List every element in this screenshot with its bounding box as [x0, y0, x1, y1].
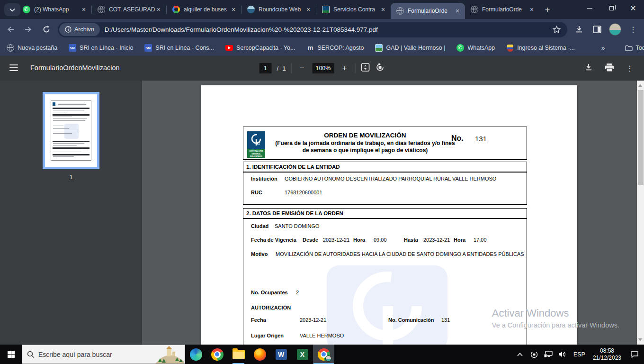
close-icon[interactable]: × — [528, 6, 536, 13]
action-center-button[interactable] — [625, 345, 644, 364]
bookmark-sri-inicio[interactable]: SRI SRI en Línea - Inicio — [69, 44, 133, 52]
browser-menu-button[interactable]: ⋮ — [626, 22, 640, 36]
pdf-print-button[interactable] — [605, 63, 614, 74]
network-icon[interactable] — [543, 345, 554, 364]
ruc-label: RUC — [251, 190, 262, 195]
page-number-input[interactable]: 1 — [259, 63, 272, 73]
system-tray: ESP 08:58 21/12/2023 — [513, 345, 644, 364]
reload-button[interactable] — [39, 22, 54, 37]
close-icon[interactable]: × — [155, 6, 162, 13]
notification-icon — [630, 351, 639, 358]
page-thumbnail[interactable] — [43, 92, 99, 169]
minimize-button[interactable] — [579, 0, 600, 16]
tab-alquiler-buses[interactable]: alquiler de buses × — [167, 0, 241, 19]
language-indicator[interactable]: ESP — [573, 351, 585, 358]
forward-icon — [25, 26, 32, 33]
tab-formulario-active[interactable]: FormularioOrde × — [391, 3, 465, 19]
gad-icon — [375, 44, 383, 52]
bookmark-label: WhatsApp — [467, 45, 495, 51]
zoom-out-button[interactable]: − — [296, 64, 307, 73]
url-text: D:/Users/Master/Downloads/FormularioOrde… — [105, 26, 546, 33]
ciudad-value: SANTO DOMINGO — [275, 223, 320, 229]
origen-label: Lugar Origen — [251, 333, 284, 338]
bookmarks-overflow-button[interactable]: » — [601, 44, 605, 52]
zoom-in-button[interactable]: + — [339, 64, 349, 73]
pdf-download-button[interactable] — [584, 63, 593, 73]
pdf-menu-button[interactable] — [9, 64, 18, 71]
tab-whatsapp[interactable]: (2) WhatsApp × — [17, 0, 91, 19]
scrollbar-thumb[interactable] — [638, 90, 644, 185]
minimize-icon — [587, 8, 592, 9]
all-bookmarks-button[interactable]: Todos los marcadores — [625, 44, 644, 52]
scroll-up-arrow[interactable] — [638, 84, 642, 87]
volume-icon[interactable] — [557, 345, 568, 364]
time: 08:58 — [593, 347, 621, 355]
close-icon[interactable]: × — [379, 6, 387, 13]
close-icon[interactable]: × — [454, 7, 461, 15]
date: 21/12/2023 — [593, 355, 621, 362]
info-icon — [65, 26, 72, 33]
taskbar-search-input[interactable]: Escribe aquí para buscar — [22, 345, 185, 364]
vigencia-label: Fecha de Vigencia — [251, 237, 296, 243]
fit-page-button[interactable] — [360, 63, 370, 74]
fecha-value: 2023-12-21 — [300, 317, 326, 323]
taskbar-file-explorer[interactable] — [228, 345, 249, 364]
autorizacion-title: AUTORIZACIÓN — [251, 305, 291, 310]
file-scheme-chip[interactable]: Archivo — [59, 23, 100, 36]
address-bar[interactable]: Archivo D:/Users/Master/Downloads/Formul… — [58, 22, 567, 37]
close-icon[interactable]: × — [230, 6, 237, 13]
close-window-button[interactable]: ✕ — [622, 0, 644, 16]
whatsapp-icon — [23, 6, 30, 13]
pdf-more-button[interactable]: ⋮ — [626, 64, 634, 73]
tab-title: alquiler de buses — [184, 6, 230, 13]
desde-fecha: 2023-12-21 — [323, 237, 349, 243]
tab-cot-aseguradora[interactable]: COT. ASEGURAD × — [92, 0, 166, 19]
taskbar-chrome-active[interactable] — [313, 345, 334, 364]
taskbar-firefox[interactable] — [249, 345, 270, 364]
taskbar-chrome[interactable] — [206, 345, 228, 364]
hasta-label: Hasta — [404, 237, 418, 243]
globe-icon — [471, 6, 478, 13]
tray-sync-icon[interactable] — [528, 345, 540, 364]
downloads-button[interactable] — [572, 22, 586, 36]
bookmark-whatsapp[interactable]: WhatsApp — [456, 44, 495, 52]
taskbar-clock[interactable]: 08:58 21/12/2023 — [593, 347, 621, 362]
back-button[interactable] — [3, 22, 18, 37]
rotate-button[interactable] — [375, 63, 385, 74]
vertical-scrollbar[interactable] — [637, 81, 644, 345]
bookmark-nueva-pestana[interactable]: Nueva pestaña — [7, 44, 57, 52]
section2-title: 2. DATOS DE EMISIÓN DE LA ORDEN — [246, 210, 343, 216]
tab-formulario-2[interactable]: FormularioOrde × — [465, 0, 539, 19]
bookmark-ingreso-sistema[interactable]: Ingreso al Sistema -... — [506, 44, 575, 52]
taskbar-word[interactable]: W — [270, 345, 292, 364]
close-icon[interactable]: × — [304, 6, 312, 13]
scroll-down-arrow[interactable] — [638, 338, 642, 341]
tab-roundcube[interactable]: Roundcube Web × — [242, 0, 316, 19]
bookmark-sercopcapacita[interactable]: SercopCapacita - Yo... — [225, 44, 295, 52]
fecha-label: Fecha — [251, 317, 266, 323]
pdf-toolbar: FormularioOrdenMovilizacion 1 / 1 − 100%… — [0, 56, 644, 81]
tray-expand-button[interactable] — [514, 345, 526, 364]
taskbar-excel[interactable]: X — [292, 345, 313, 364]
forward-button[interactable] — [21, 22, 36, 37]
bookmark-sercop-agosto[interactable]: m SERCOP: Agosto — [306, 44, 364, 52]
rotate-icon — [375, 63, 385, 72]
bookmark-gad-valle-hermoso[interactable]: GAD | Valle Hermoso | — [375, 44, 445, 52]
desktop: (2) WhatsApp × COT. ASEGURAD × alquiler … — [0, 0, 644, 364]
taskbar-edge[interactable] — [185, 345, 206, 364]
bookmark-sri-consultas[interactable]: SRI SRI en Línea - Cons... — [144, 44, 214, 52]
close-icon[interactable]: × — [80, 6, 88, 13]
profile-avatar[interactable] — [608, 22, 622, 36]
new-tab-button[interactable]: + — [541, 4, 554, 16]
start-button[interactable] — [0, 345, 22, 364]
hora1-label: Hora — [353, 237, 365, 243]
side-panel-button[interactable] — [590, 22, 604, 36]
tab-servicios-contratacion[interactable]: Servicios Contra × — [316, 0, 391, 19]
logo-text: DEL ESTADO — [247, 155, 265, 158]
restore-button[interactable] — [600, 0, 622, 16]
bookmark-star-button[interactable] — [553, 26, 561, 34]
whatsapp-icon — [456, 44, 464, 52]
zoom-level-input[interactable]: 100% — [312, 63, 334, 73]
ruc-value: 1768120600001 — [285, 190, 322, 195]
chip-label: Archivo — [74, 26, 94, 33]
